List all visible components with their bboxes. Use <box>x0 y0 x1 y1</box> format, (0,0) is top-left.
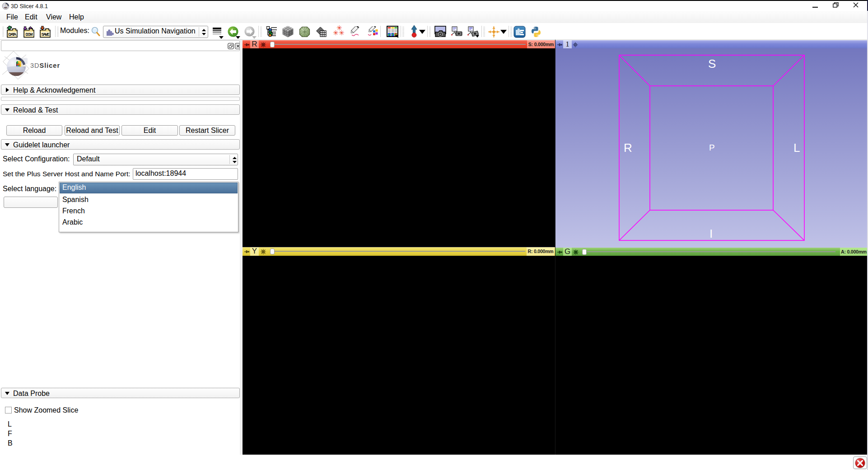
svg-text:P: P <box>709 143 715 152</box>
svg-text:DATA: DATA <box>8 32 17 37</box>
svg-text:L: L <box>793 141 800 155</box>
svg-text:R: R <box>624 141 632 155</box>
svg-text:S: S <box>708 57 716 70</box>
svg-text:DCM: DCM <box>25 32 33 37</box>
svg-text:SAVE: SAVE <box>41 32 49 37</box>
svg-text:I: I <box>709 227 713 240</box>
